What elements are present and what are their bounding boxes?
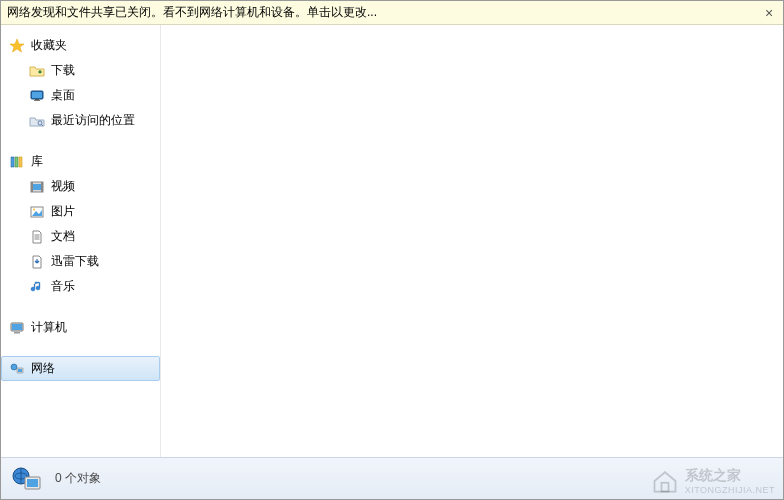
computer-section: 计算机 — [1, 315, 160, 340]
svg-rect-8 — [15, 157, 18, 167]
star-icon — [9, 38, 25, 54]
videos-label: 视频 — [51, 178, 75, 195]
folder-download-icon — [29, 63, 45, 79]
notification-bar[interactable]: 网络发现和文件共享已关闭。看不到网络计算机和设备。单击以更改... × — [1, 1, 783, 25]
svg-rect-28 — [27, 479, 38, 487]
svg-point-16 — [33, 208, 35, 210]
status-text: 0 个对象 — [55, 470, 101, 487]
status-bar: 0 个对象 — [1, 457, 783, 499]
documents-icon — [29, 229, 45, 245]
computer-label: 计算机 — [31, 319, 67, 336]
favorites-label: 收藏夹 — [31, 37, 67, 54]
favorites-section: 收藏夹 下载 桌面 最近访问的位置 — [1, 33, 160, 133]
main-content-panel[interactable] — [161, 25, 783, 457]
libraries-label: 库 — [31, 153, 43, 170]
svg-rect-11 — [31, 182, 33, 192]
video-icon — [29, 179, 45, 195]
music-label: 音乐 — [51, 278, 75, 295]
svg-rect-25 — [18, 369, 22, 372]
network-icon — [9, 361, 25, 377]
svg-point-23 — [11, 364, 17, 370]
sidebar-item-downloads[interactable]: 下载 — [1, 58, 160, 83]
recent-label: 最近访问的位置 — [51, 112, 135, 129]
music-icon — [29, 279, 45, 295]
sidebar-header-favorites[interactable]: 收藏夹 — [1, 33, 160, 58]
downloads-label: 下载 — [51, 62, 75, 79]
libraries-section: 库 视频 图片 文档 — [1, 149, 160, 299]
svg-rect-7 — [11, 157, 14, 167]
sidebar-item-pictures[interactable]: 图片 — [1, 199, 160, 224]
sidebar-header-computer[interactable]: 计算机 — [1, 315, 160, 340]
close-icon[interactable]: × — [761, 5, 777, 21]
sidebar-header-network[interactable]: 网络 — [1, 356, 160, 381]
recent-places-icon — [29, 113, 45, 129]
notification-text: 网络发现和文件共享已关闭。看不到网络计算机和设备。单击以更改... — [7, 4, 761, 21]
sidebar-item-xunlei[interactable]: 迅雷下载 — [1, 249, 160, 274]
network-section: 网络 — [1, 356, 160, 381]
sidebar-item-recent[interactable]: 最近访问的位置 — [1, 108, 160, 133]
svg-rect-22 — [14, 332, 20, 334]
svg-rect-21 — [12, 324, 22, 330]
sidebar-item-music[interactable]: 音乐 — [1, 274, 160, 299]
documents-label: 文档 — [51, 228, 75, 245]
svg-rect-3 — [35, 99, 39, 100]
pictures-icon — [29, 204, 45, 220]
svg-rect-12 — [41, 182, 43, 192]
svg-rect-9 — [19, 157, 22, 167]
desktop-label: 桌面 — [51, 87, 75, 104]
computer-icon — [9, 320, 25, 336]
xunlei-label: 迅雷下载 — [51, 253, 99, 270]
content-area: 收藏夹 下载 桌面 最近访问的位置 — [1, 25, 783, 457]
pictures-label: 图片 — [51, 203, 75, 220]
svg-rect-4 — [34, 100, 40, 101]
svg-marker-0 — [10, 39, 24, 52]
sidebar-header-libraries[interactable]: 库 — [1, 149, 160, 174]
navigation-pane: 收藏夹 下载 桌面 最近访问的位置 — [1, 25, 161, 457]
desktop-icon — [29, 88, 45, 104]
sidebar-item-desktop[interactable]: 桌面 — [1, 83, 160, 108]
network-large-icon — [11, 463, 43, 495]
libraries-icon — [9, 154, 25, 170]
xunlei-icon — [29, 254, 45, 270]
sidebar-item-videos[interactable]: 视频 — [1, 174, 160, 199]
sidebar-item-documents[interactable]: 文档 — [1, 224, 160, 249]
svg-rect-13 — [33, 184, 41, 190]
svg-rect-2 — [32, 92, 42, 98]
network-label: 网络 — [31, 360, 55, 377]
